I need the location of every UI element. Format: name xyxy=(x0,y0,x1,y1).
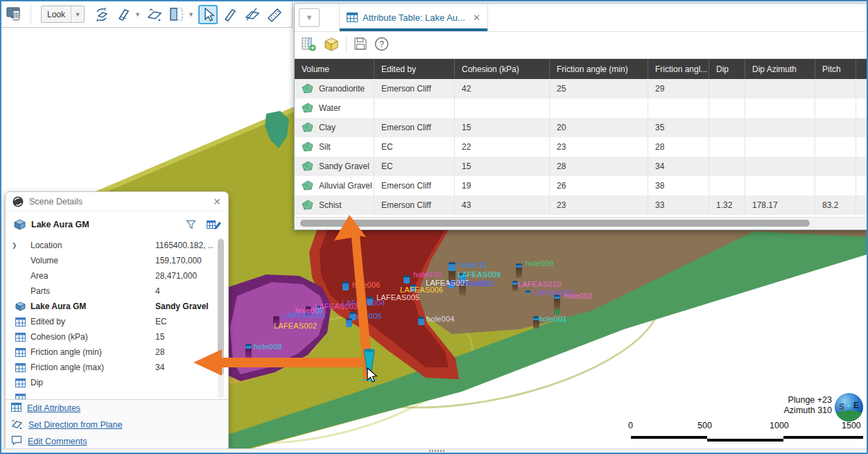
property-row[interactable]: Area28,471,000 xyxy=(6,268,214,283)
property-row[interactable]: Edited byEC xyxy=(6,314,214,329)
cell-dip_azimuth[interactable] xyxy=(745,98,815,118)
draw-line-tool[interactable] xyxy=(220,5,240,24)
cell-edited_by[interactable]: EC xyxy=(374,157,455,176)
look-dropdown[interactable]: Look ▼ xyxy=(41,6,85,23)
column-header-volume[interactable]: Volume xyxy=(295,59,374,79)
cell-cohesion[interactable]: 15 xyxy=(455,118,550,137)
cell-cohesion[interactable] xyxy=(455,98,550,118)
cell-friction_max[interactable]: 33 xyxy=(648,195,709,215)
column-header-pitch[interactable]: Pitch xyxy=(815,59,856,79)
property-row[interactable]: ❯Location1165400.182, ... xyxy=(6,238,214,253)
slicer-tool[interactable] xyxy=(114,5,133,24)
property-row[interactable]: Friction angle (max)34 xyxy=(6,360,214,375)
link-edit-comments[interactable]: Edit Comments xyxy=(28,437,87,446)
drillhole-marker[interactable] xyxy=(526,290,530,294)
link-set-direction-from-plane[interactable]: Set Direction from Plane xyxy=(28,420,122,430)
cell-dip[interactable] xyxy=(709,98,745,118)
save-button[interactable] xyxy=(354,37,367,53)
table-row[interactable]: SchistEmerson Cliff4323331.32178.1783.2 xyxy=(295,195,867,215)
vertical-scrollbar-thumb[interactable] xyxy=(218,239,224,375)
tab-attribute-table[interactable]: Attribute Table: Lake Au... ✕ xyxy=(339,3,488,31)
property-row[interactable]: Cohesion (kPa)15 xyxy=(6,329,214,344)
cell-pitch[interactable] xyxy=(815,176,856,195)
table-row[interactable]: Alluvial GravelEmerson Cliff192638 xyxy=(295,176,867,195)
add-columns-button[interactable] xyxy=(302,37,317,54)
table-row[interactable]: GranodioriteEmerson Cliff422529 xyxy=(295,79,867,98)
cell-volume[interactable]: Granodiorite xyxy=(295,79,374,98)
link-edit-attributes[interactable]: Edit Attributes xyxy=(27,403,80,413)
drillhole-marker[interactable] xyxy=(403,275,410,283)
cell-friction_max[interactable]: 29 xyxy=(648,79,709,98)
cell-friction_max[interactable] xyxy=(648,98,709,118)
clear-scene-button[interactable] xyxy=(6,5,25,24)
panel-grip-handle[interactable] xyxy=(429,450,446,452)
cell-friction_min[interactable]: 28 xyxy=(550,157,648,176)
cell-edited_by[interactable]: Emerson Cliff xyxy=(374,195,455,215)
cell-dip_azimuth[interactable]: 178.17 xyxy=(745,195,815,215)
rotate-scene-tool[interactable] xyxy=(92,5,111,24)
drillhole-marker[interactable] xyxy=(449,262,455,271)
column-header-friction_min[interactable]: Friction angle (min) xyxy=(550,59,648,79)
cell-friction_max[interactable]: 28 xyxy=(648,137,709,157)
cell-volume[interactable]: Sandy Gravel xyxy=(295,157,374,176)
cell-cohesion[interactable]: 19 xyxy=(455,176,550,195)
collapse-panel-button[interactable]: ▼ xyxy=(299,8,320,27)
property-row[interactable]: Lake Aura GMSandy Gravel xyxy=(6,299,214,314)
cell-dip[interactable] xyxy=(709,157,745,176)
cell-edited_by[interactable]: Emerson Cliff xyxy=(374,176,455,195)
table-row[interactable]: Sandy GravelEC152834 xyxy=(295,157,867,176)
cell-dip_azimuth[interactable] xyxy=(745,79,815,98)
cell-dip_azimuth[interactable] xyxy=(745,118,815,137)
vertical-scrollbar[interactable] xyxy=(218,238,224,399)
property-row[interactable]: Friction angle (min)28 xyxy=(6,344,214,360)
edit-attributes-icon[interactable] xyxy=(207,219,221,230)
cell-dip_azimuth[interactable] xyxy=(745,176,815,195)
moving-plane-tool[interactable] xyxy=(145,5,164,24)
close-tab-icon[interactable]: ✕ xyxy=(473,12,480,23)
cell-volume[interactable]: Silt xyxy=(295,137,374,157)
drillhole-marker[interactable] xyxy=(516,263,522,268)
cell-volume[interactable]: Alluvial Gravel xyxy=(295,176,374,195)
column-header-dip_azimuth[interactable]: Dip Azimuth xyxy=(745,59,815,79)
cell-edited_by[interactable]: Emerson Cliff xyxy=(374,79,455,98)
table-row[interactable]: Water xyxy=(295,98,867,118)
drillhole-marker[interactable] xyxy=(418,317,424,325)
property-row[interactable]: Parts4 xyxy=(6,283,214,299)
column-header-cohesion[interactable]: Cohesion (kPa) xyxy=(455,59,550,79)
cell-friction_max[interactable]: 38 xyxy=(648,176,709,195)
column-header-friction_max[interactable]: Friction angl... xyxy=(648,59,709,79)
cell-pitch[interactable]: 83.2 xyxy=(815,195,856,215)
select-tool-active[interactable] xyxy=(198,5,218,24)
slice-view-tool[interactable] xyxy=(167,5,186,24)
cell-edited_by[interactable]: EC xyxy=(374,137,455,157)
cell-cohesion[interactable]: 43 xyxy=(455,195,550,215)
drillhole-marker[interactable] xyxy=(346,318,352,327)
column-header-dip[interactable]: Dip xyxy=(709,59,745,79)
property-row[interactable]: Volume159,170,000 xyxy=(6,253,214,268)
cell-dip[interactable]: 1.32 xyxy=(709,195,745,215)
cell-friction_min[interactable]: 23 xyxy=(550,195,648,215)
chevron-down-icon[interactable]: ▼ xyxy=(188,11,194,18)
cell-volume[interactable]: Schist xyxy=(295,195,374,215)
ruler-tool[interactable] xyxy=(265,5,284,24)
cell-pitch[interactable] xyxy=(815,137,856,157)
orientation-globe[interactable]: S E + xyxy=(835,393,863,421)
view-in-scene-button[interactable] xyxy=(324,37,339,54)
cell-dip_azimuth[interactable] xyxy=(745,137,815,157)
drillhole-marker[interactable] xyxy=(516,266,522,278)
cell-cohesion[interactable]: 22 xyxy=(455,137,550,157)
property-row[interactable]: Dip xyxy=(6,375,214,390)
cell-dip[interactable] xyxy=(709,176,745,195)
cell-pitch[interactable] xyxy=(815,157,856,176)
draw-plane-tool[interactable] xyxy=(243,5,262,24)
drillhole-marker[interactable] xyxy=(512,281,518,285)
cell-dip[interactable] xyxy=(709,118,745,137)
cell-friction_max[interactable]: 34 xyxy=(648,157,709,176)
horizontal-scrollbar[interactable] xyxy=(295,217,867,229)
cell-dip_azimuth[interactable] xyxy=(745,157,815,176)
drillhole-marker[interactable] xyxy=(245,344,252,349)
chevron-down-icon[interactable]: ▼ xyxy=(134,11,141,18)
cell-edited_by[interactable]: Emerson Cliff xyxy=(374,118,455,137)
cell-cohesion[interactable]: 42 xyxy=(455,79,550,98)
table-row[interactable]: ClayEmerson Cliff152035 xyxy=(295,118,867,137)
